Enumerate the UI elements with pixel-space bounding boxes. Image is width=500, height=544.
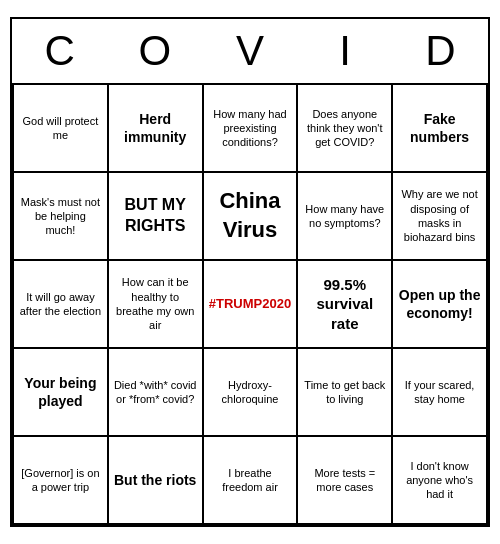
bingo-cell-10[interactable]: It will go away after the election [14, 261, 109, 349]
bingo-cell-18[interactable]: Time to get back to living [298, 349, 393, 437]
bingo-cell-4[interactable]: Fake numbers [393, 85, 488, 173]
bingo-grid: God will protect meHerd immunityHow many… [12, 83, 488, 525]
bingo-cell-21[interactable]: But the riots [109, 437, 204, 525]
bingo-cell-23[interactable]: More tests = more cases [298, 437, 393, 525]
bingo-cell-3[interactable]: Does anyone think they won't get COVID? [298, 85, 393, 173]
bingo-cell-8[interactable]: How many have no symptoms? [298, 173, 393, 261]
bingo-cell-11[interactable]: How can it be healthy to breathe my own … [109, 261, 204, 349]
header-i: I [298, 19, 393, 83]
bingo-cell-22[interactable]: I breathe freedom air [204, 437, 299, 525]
bingo-cell-1[interactable]: Herd immunity [109, 85, 204, 173]
bingo-cell-17[interactable]: Hydroxy-chloroquine [204, 349, 299, 437]
bingo-header: C O V I D [12, 19, 488, 83]
header-c: C [12, 19, 107, 83]
bingo-cell-5[interactable]: Mask's must not be helping much! [14, 173, 109, 261]
header-v: V [202, 19, 297, 83]
bingo-card: C O V I D God will protect meHerd immuni… [10, 17, 490, 527]
header-d: D [393, 19, 488, 83]
bingo-cell-0[interactable]: God will protect me [14, 85, 109, 173]
bingo-cell-14[interactable]: Open up the economy! [393, 261, 488, 349]
bingo-cell-12[interactable]: #TRUMP2020 [204, 261, 299, 349]
bingo-cell-2[interactable]: How many had preexisting conditions? [204, 85, 299, 173]
bingo-cell-24[interactable]: I don't know anyone who's had it [393, 437, 488, 525]
bingo-cell-16[interactable]: Died *with* covid or *from* covid? [109, 349, 204, 437]
bingo-cell-6[interactable]: BUT MY RIGHTS [109, 173, 204, 261]
header-o: O [107, 19, 202, 83]
bingo-cell-13[interactable]: 99.5% survival rate [298, 261, 393, 349]
bingo-cell-9[interactable]: Why are we not disposing of masks in bio… [393, 173, 488, 261]
bingo-cell-7[interactable]: China Virus [204, 173, 299, 261]
bingo-cell-15[interactable]: Your being played [14, 349, 109, 437]
bingo-cell-20[interactable]: [Governor] is on a power trip [14, 437, 109, 525]
bingo-cell-19[interactable]: If your scared, stay home [393, 349, 488, 437]
